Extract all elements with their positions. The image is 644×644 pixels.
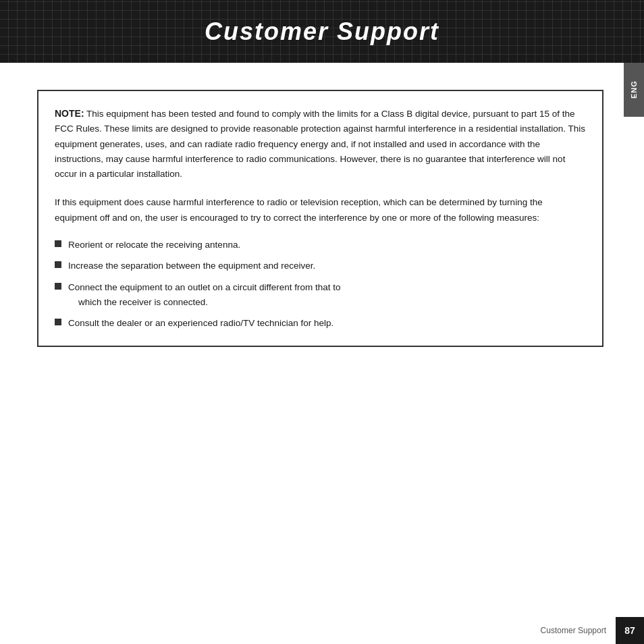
bullet-icon [55, 261, 61, 268]
footer-content: Customer Support 87 [541, 617, 644, 644]
bullet-icon [55, 240, 61, 247]
measures-list: Reorient or relocate the receiving anten… [55, 238, 586, 331]
list-item: Connect the equipment to an outlet on a … [55, 280, 586, 309]
page-title: Customer Support [205, 18, 439, 46]
page-footer: Customer Support 87 [0, 617, 644, 644]
notice-paragraph-1-text: This equipment has been tested and found… [55, 109, 585, 179]
footer-label: Customer Support [541, 626, 606, 635]
list-item: Reorient or relocate the receiving anten… [55, 238, 586, 252]
page-number: 87 [616, 617, 644, 644]
interference-paragraph: If this equipment does cause harmful int… [55, 195, 586, 225]
main-content: NOTE: This equipment has been tested and… [0, 63, 644, 374]
notice-box: NOTE: This equipment has been tested and… [37, 90, 603, 347]
page-header: Customer Support [0, 0, 644, 63]
list-item-text: Reorient or relocate the receiving anten… [68, 238, 240, 252]
notice-bold-label: NOTE: [55, 108, 84, 119]
bullet-icon [55, 283, 61, 290]
bullet-icon [55, 319, 61, 325]
list-item-text: Consult the dealer or an experienced rad… [68, 316, 333, 331]
list-item-text: Increase the separation between the equi… [68, 259, 315, 273]
list-item: Consult the dealer or an experienced rad… [55, 316, 586, 331]
notice-paragraph-1: NOTE: This equipment has been tested and… [55, 106, 586, 182]
language-label: ENG [624, 63, 644, 117]
list-item: Increase the separation between the equi… [55, 259, 586, 273]
list-item-text: Connect the equipment to an outlet on a … [68, 280, 341, 309]
